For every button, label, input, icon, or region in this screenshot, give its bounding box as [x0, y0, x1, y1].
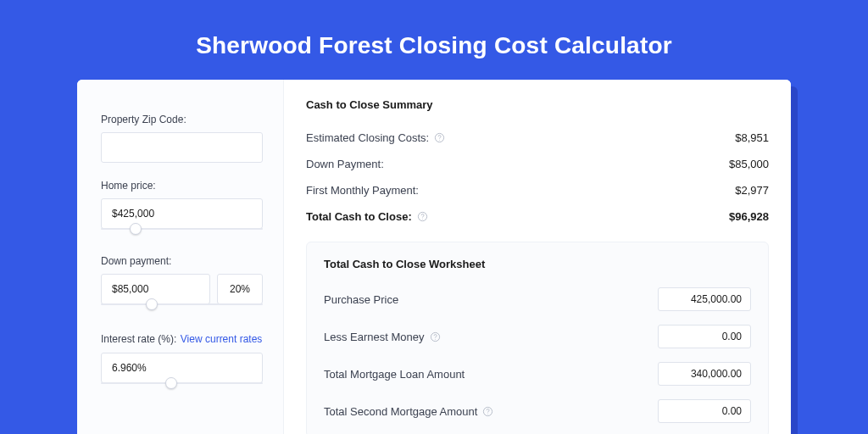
svg-point-1 [439, 140, 440, 141]
view-rates-link[interactable]: View current rates [181, 333, 263, 345]
home-price-field: Home price: [101, 180, 263, 238]
home-price-slider[interactable] [101, 228, 263, 238]
help-icon[interactable] [430, 331, 441, 342]
summary-row-value: $85,000 [729, 158, 769, 170]
slider-thumb[interactable] [146, 298, 158, 310]
zip-label: Property Zip Code: [101, 114, 263, 125]
ws-row-label: Total Second Mortgage Amount [324, 405, 477, 418]
worksheet-row-earnest-money: Less Earnest Money [324, 318, 751, 355]
worksheet-row-purchase-price: Purchase Price [324, 281, 751, 318]
svg-point-7 [487, 413, 488, 414]
summary-row-total: Total Cash to Close: $96,928 [306, 203, 769, 230]
summary-row-down-payment: Down Payment: $85,000 [306, 151, 769, 177]
home-price-input[interactable] [101, 198, 263, 229]
summary-row-label: Down Payment: [306, 158, 384, 170]
ws-row-label: Total Mortgage Loan Amount [324, 368, 465, 381]
summary-row-first-monthly: First Monthly Payment: $2,977 [306, 177, 769, 203]
divider [306, 230, 769, 242]
worksheet-row-mortgage-loan: Total Mortgage Loan Amount [324, 355, 751, 392]
slider-thumb[interactable] [130, 223, 142, 235]
svg-point-3 [422, 219, 423, 220]
down-payment-slider[interactable] [101, 303, 263, 314]
worksheet-panel: Total Cash to Close Worksheet Purchase P… [306, 242, 769, 434]
inputs-panel: Property Zip Code: Home price: Down paym… [77, 80, 284, 434]
help-icon[interactable] [434, 132, 445, 143]
interest-field: Interest rate (%): View current rates [101, 331, 263, 392]
help-icon[interactable] [482, 406, 493, 417]
summary-row-closing-costs: Estimated Closing Costs: $8,951 [306, 125, 769, 151]
summary-row-label: Estimated Closing Costs: [306, 131, 429, 144]
home-price-label: Home price: [101, 180, 263, 192]
slider-track [101, 382, 263, 384]
ws-purchase-price-input[interactable] [658, 287, 751, 311]
card-shadow: Property Zip Code: Home price: Down paym… [77, 80, 791, 434]
summary-total-label: Total Cash to Close: [306, 210, 412, 223]
zip-input[interactable] [101, 132, 263, 163]
summary-title: Cash to Close Summary [306, 98, 769, 111]
down-payment-row [101, 274, 263, 304]
ws-row-label: Purchase Price [324, 293, 398, 306]
page-title: Sherwood Forest Closing Cost Calculator [0, 0, 868, 80]
ws-second-mortgage-input[interactable] [658, 399, 751, 423]
slider-track [101, 228, 263, 230]
ws-mortgage-loan-input[interactable] [658, 362, 751, 386]
help-icon[interactable] [417, 211, 428, 222]
ws-earnest-money-input[interactable] [658, 325, 751, 348]
down-payment-label: Down payment: [101, 255, 263, 267]
interest-input[interactable] [101, 353, 263, 383]
zip-field: Property Zip Code: [101, 114, 263, 163]
ws-row-label: Less Earnest Money [324, 331, 425, 343]
summary-total-value: $96,928 [729, 210, 769, 223]
interest-label: Interest rate (%): [101, 333, 176, 345]
interest-slider[interactable] [101, 382, 263, 392]
calculator-card: Property Zip Code: Home price: Down paym… [77, 80, 791, 434]
down-payment-field: Down payment: [101, 255, 263, 314]
down-payment-pct-input[interactable] [217, 274, 263, 304]
summary-row-value: $2,977 [735, 184, 769, 197]
results-panel: Cash to Close Summary Estimated Closing … [284, 80, 791, 434]
slider-thumb[interactable] [165, 377, 177, 389]
summary-row-label: First Monthly Payment: [306, 184, 419, 197]
worksheet-row-second-mortgage: Total Second Mortgage Amount [324, 392, 751, 430]
slider-track [101, 303, 263, 305]
summary-row-value: $8,951 [735, 131, 769, 144]
svg-point-5 [435, 338, 436, 339]
worksheet-title: Total Cash to Close Worksheet [324, 258, 751, 270]
